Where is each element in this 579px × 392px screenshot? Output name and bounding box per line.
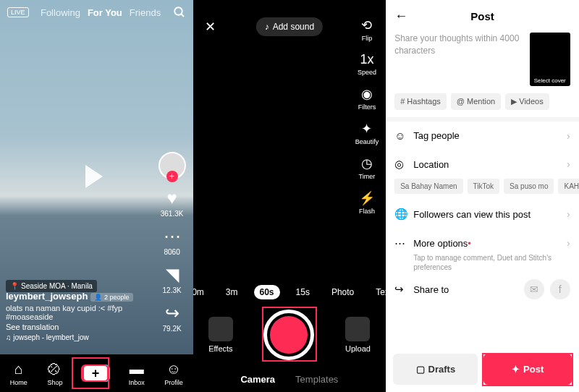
- flip-button[interactable]: ⟲Flip: [361, 17, 372, 42]
- speed-icon: 1x: [360, 52, 373, 67]
- svg-point-0: [174, 7, 182, 15]
- location-text: Seaside MOA · Manila: [21, 282, 93, 290]
- tag-people-label: Tag people: [413, 130, 561, 141]
- bookmark-count: 12.3K: [163, 286, 182, 294]
- comment-icon: ⋯: [164, 226, 181, 247]
- dur-15s[interactable]: 15s: [290, 285, 316, 299]
- person-icon: ☺: [394, 129, 407, 142]
- globe-icon: 🌐: [394, 208, 407, 221]
- loc-chip[interactable]: Sa puso mo: [504, 179, 554, 194]
- feed-panel: LIVE Following For You Friends + ♥361.3K…: [0, 0, 193, 392]
- location-label: Location: [413, 159, 561, 170]
- like-count: 361.3K: [161, 210, 184, 218]
- action-rail: + ♥361.3K ⋯8060 ◥12.3K ↪79.2K: [159, 152, 186, 333]
- heart-icon: ♥: [166, 188, 177, 208]
- inbox-icon: ▬: [130, 361, 144, 378]
- share-targets: ✉ f: [524, 279, 570, 299]
- play-icon[interactable]: [85, 165, 103, 188]
- location-icon: ◎: [394, 158, 407, 171]
- see-translation[interactable]: See translation: [6, 323, 153, 331]
- loc-chip[interactable]: Sa Bahay Namen: [394, 179, 462, 194]
- caption-input[interactable]: Share your thoughts within 4000 characte…: [394, 33, 524, 86]
- dur-60s[interactable]: 60s: [254, 285, 280, 299]
- nav-inbox[interactable]: ▬Inbox: [129, 361, 145, 386]
- dur-text[interactable]: Text: [370, 285, 386, 299]
- like-button[interactable]: ♥361.3K: [161, 188, 184, 218]
- highlight-record: [262, 307, 317, 362]
- svg-line-1: [181, 14, 184, 17]
- close-icon[interactable]: ✕: [205, 19, 216, 35]
- back-icon[interactable]: ←: [394, 9, 407, 24]
- tab-camera[interactable]: Camera: [240, 374, 275, 385]
- chevron-right-icon: ›: [567, 237, 570, 249]
- dur-photo[interactable]: Photo: [326, 285, 360, 299]
- tab-for-you[interactable]: For You: [88, 7, 122, 18]
- beautify-button[interactable]: ✦Beautify: [355, 121, 379, 145]
- post-header: ← Post: [386, 0, 579, 33]
- flash-button[interactable]: ⚡Flash: [359, 190, 375, 215]
- home-icon: ⌂: [14, 361, 23, 378]
- post-panel: ← Post Share your thoughts within 4000 c…: [386, 0, 579, 392]
- comment-button[interactable]: ⋯8060: [164, 226, 181, 256]
- chip-videos[interactable]: ▶ Videos: [505, 93, 549, 110]
- visibility-label: Followers can view this post: [413, 209, 561, 220]
- share-count: 79.2K: [163, 325, 182, 333]
- camera-panel: ✕ ♪ Add sound ⟲Flip 1xSpeed ◉Filters ✦Be…: [193, 0, 386, 392]
- dur-3m[interactable]: 3m: [220, 285, 244, 299]
- location-row[interactable]: ◎Location›: [386, 150, 579, 179]
- visibility-row[interactable]: 🌐Followers can view this post›: [386, 200, 579, 229]
- filters-button[interactable]: ◉Filters: [358, 86, 376, 111]
- timer-button[interactable]: ◷Timer: [359, 155, 376, 180]
- people-badge[interactable]: 👤 2 people: [90, 293, 132, 302]
- shop-icon: ⛒: [48, 361, 62, 378]
- bookmark-button[interactable]: ◥12.3K: [163, 265, 182, 294]
- flip-icon: ⟲: [361, 17, 372, 33]
- chip-mention[interactable]: @ Mention: [451, 93, 501, 110]
- chip-hashtags[interactable]: # Hashtags: [394, 93, 447, 110]
- tab-templates[interactable]: Templates: [295, 374, 338, 385]
- speed-button[interactable]: 1xSpeed: [358, 52, 376, 76]
- profile-icon: ☺: [166, 361, 181, 378]
- search-icon[interactable]: [173, 6, 186, 19]
- share-icon: ↪: [165, 303, 179, 323]
- filters-icon: ◉: [361, 86, 373, 102]
- tag-people-row[interactable]: ☺Tag people›: [386, 122, 579, 150]
- chevron-right-icon: ›: [567, 130, 570, 142]
- insert-chips: # Hashtags @ Mention ▶ Videos: [386, 86, 579, 117]
- loc-chip[interactable]: TikTok: [468, 179, 500, 194]
- timer-icon: ◷: [361, 155, 373, 171]
- messenger-icon[interactable]: ✉: [524, 279, 544, 299]
- chevron-right-icon: ›: [567, 208, 570, 220]
- username[interactable]: leymbert_jowseph: [6, 291, 88, 302]
- beautify-icon: ✦: [361, 121, 372, 137]
- tab-friends[interactable]: Friends: [130, 7, 161, 18]
- bookmark-icon: ◥: [166, 265, 179, 285]
- more-label: More options•: [413, 238, 561, 249]
- facebook-icon[interactable]: f: [550, 279, 570, 299]
- share-button[interactable]: ↪79.2K: [163, 303, 182, 333]
- live-badge[interactable]: LIVE: [7, 7, 29, 17]
- dots-icon: ⋯: [394, 237, 407, 250]
- upload-thumb: [345, 317, 370, 341]
- camera-controls: ⟲Flip 1xSpeed ◉Filters ✦Beautify ◷Timer …: [355, 17, 379, 215]
- feed-header: LIVE Following For You Friends: [0, 6, 193, 19]
- share-to-label: Share to: [413, 284, 449, 295]
- highlight-create: [72, 357, 109, 389]
- upload-button[interactable]: Upload: [345, 317, 371, 353]
- tab-following[interactable]: Following: [41, 7, 80, 18]
- caption-area: leymbert_jowseph👤 2 people olats na nama…: [6, 291, 153, 341]
- add-sound-button[interactable]: ♪ Add sound: [256, 17, 323, 36]
- nav-shop[interactable]: ⛒Shop: [47, 361, 62, 386]
- effects-thumb: [208, 317, 233, 341]
- follow-plus-icon[interactable]: +: [166, 171, 178, 182]
- drafts-button[interactable]: ▢ Drafts: [393, 354, 478, 385]
- dur-10m[interactable]: 10m: [193, 285, 210, 299]
- nav-profile[interactable]: ☺Profile: [164, 361, 183, 386]
- author-avatar[interactable]: +: [159, 152, 186, 179]
- more-subtext: Tap to manage comment, Duet and Stitch's…: [386, 253, 579, 272]
- loc-chip[interactable]: KAHIT SA: [558, 179, 578, 194]
- select-cover[interactable]: Select cover: [530, 33, 570, 86]
- nav-home[interactable]: ⌂Home: [10, 361, 28, 386]
- music-info[interactable]: ♫ jowseph - leymbert_jow: [6, 333, 153, 341]
- effects-button[interactable]: Effects: [208, 317, 233, 353]
